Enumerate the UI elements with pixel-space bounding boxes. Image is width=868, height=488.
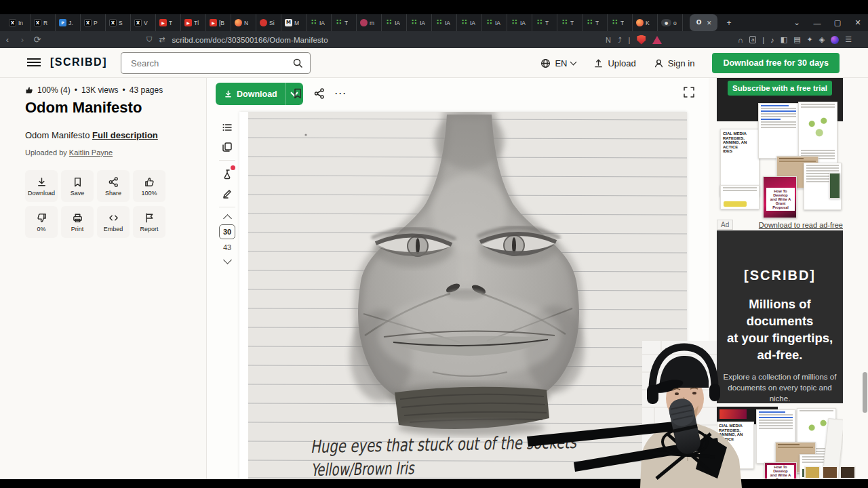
uploader-link[interactable]: Kaitlin Payne [69, 148, 113, 157]
browser-tab[interactable]: PJ. [56, 14, 81, 31]
tab-label: K [646, 20, 650, 26]
tab-overflow-button[interactable]: ⌄ [787, 18, 807, 27]
browser-menu-icon[interactable]: ☰ [845, 35, 852, 44]
subscribe-top-button[interactable]: Subscribe with a free trial [728, 81, 832, 96]
ghost-extension-icon[interactable]: ∩ [738, 36, 743, 44]
search-box[interactable] [121, 52, 311, 74]
tab-close-icon[interactable]: ✕ [707, 20, 712, 26]
no-translate-icon[interactable]: N [606, 36, 611, 44]
tab-label: V [144, 20, 148, 26]
boxed-a-extension-icon[interactable]: a [749, 36, 756, 43]
annotate-pencil-icon[interactable] [216, 184, 239, 203]
language-selector[interactable]: EN [540, 58, 576, 68]
x-favicon: X [9, 19, 16, 26]
browser-tab[interactable]: ∷IA [457, 14, 482, 31]
browser-tab[interactable]: ∷IA [507, 14, 532, 31]
browser-tab[interactable]: K [633, 14, 658, 31]
search-input[interactable] [130, 53, 285, 73]
browser-tab[interactable]: XV [131, 14, 156, 31]
signin-button[interactable]: Sign in [654, 58, 695, 68]
adblock-shield-icon[interactable] [637, 35, 646, 45]
browser-tab[interactable]: ∷IA [432, 14, 457, 31]
browser-tab[interactable]: XP [81, 14, 106, 31]
browser-tab[interactable]: XS [106, 14, 131, 31]
sparkle-icon[interactable]: ✦ [807, 35, 813, 44]
active-tab[interactable]: O ✕ [690, 14, 717, 31]
document-description: Odom Manifesto Full description [25, 130, 158, 140]
downvote-action[interactable]: 0% [25, 206, 58, 238]
browser-tab[interactable]: ▶[B [206, 14, 231, 31]
browser-tab[interactable]: ▶Tl [181, 14, 206, 31]
download-free-cta[interactable]: Download free for 30 days [712, 53, 840, 73]
browser-tab[interactable]: ∷T [608, 14, 633, 31]
browser-tab[interactable]: ∷T [557, 14, 583, 31]
scribd-logo[interactable]: [SCRIBD] [50, 56, 107, 68]
sidebar-toggle-icon[interactable]: ◧ [781, 35, 787, 44]
current-page-input[interactable]: 30 [219, 224, 235, 239]
browser-tab[interactable]: Si [256, 14, 281, 31]
grid-favicon: ∷ [410, 19, 418, 26]
report-action[interactable]: Report [133, 206, 165, 238]
upload-button[interactable]: Upload [593, 58, 635, 68]
next-page-chevron[interactable] [223, 256, 232, 264]
tab-label: Tl [194, 20, 199, 26]
hamburger-menu-icon[interactable] [27, 58, 41, 68]
full-description-link[interactable]: Full description [92, 130, 158, 140]
pin-shield-icon[interactable]: ◈ [819, 35, 825, 44]
url-text[interactable]: scribd.com/doc/303500166/Odom-Manifesto [172, 36, 328, 44]
bookmark-toolbar-icon[interactable] [292, 87, 304, 100]
share-page-icon[interactable]: ⤴ [618, 36, 622, 44]
share-toolbar-icon[interactable] [313, 87, 326, 100]
restore-button[interactable]: ▢ [827, 18, 848, 27]
page-scrollbar[interactable] [863, 372, 867, 413]
music-icon[interactable]: ♪ [770, 36, 774, 44]
share-action[interactable]: Share [97, 170, 130, 202]
browser-tab[interactable]: N [231, 14, 256, 31]
more-options-icon[interactable]: ··· [335, 89, 347, 98]
browser-tab[interactable]: ∷IA [382, 14, 407, 31]
wallet-icon[interactable]: ▤ [793, 35, 800, 44]
tab-label: P [94, 20, 98, 26]
print-action[interactable]: Print [61, 206, 94, 238]
browser-tab[interactable]: ▶T [156, 14, 181, 31]
browser-tab[interactable]: ∷IA [482, 14, 507, 31]
browser-tab[interactable]: XIn [5, 14, 31, 31]
browser-tab[interactable]: XR [31, 14, 56, 31]
vpn-triangle-icon[interactable] [652, 36, 662, 44]
browser-tab[interactable]: ∷IA [407, 14, 432, 31]
tab-list: XInXRPJ.XPXSXV▶T▶Tl▶[BNSiMM∷IA∷Tm∷IA∷IA∷… [5, 14, 683, 31]
ai-beaker-icon[interactable] [216, 164, 239, 184]
back-button[interactable]: ‹ [0, 35, 15, 45]
screen: XInXRPJ.XPXSXV▶T▶Tl▶[BNSiMM∷IA∷Tm∷IA∷IA∷… [0, 0, 868, 488]
new-tab-button[interactable]: + [727, 18, 732, 28]
upvote-action[interactable]: 100% [133, 170, 165, 202]
adfree-link[interactable]: Download to read ad-free [759, 221, 843, 229]
forward-button[interactable]: › [15, 35, 30, 45]
minimize-button[interactable]: — [807, 19, 827, 27]
browser-tab[interactable]: MM [281, 14, 307, 31]
embed-action[interactable]: Embed [97, 206, 130, 238]
browser-tab[interactable]: m [357, 14, 382, 31]
browser-tab[interactable]: ●o [658, 14, 683, 31]
document-actions: Download Save Share 100% 0% [25, 170, 169, 238]
previous-page-chevron[interactable] [223, 214, 232, 223]
close-button[interactable]: ✕ [848, 18, 868, 27]
reload-button[interactable]: ⟳ [30, 35, 45, 45]
download-action[interactable]: Download [25, 170, 58, 202]
browser-tab[interactable]: ∷T [332, 14, 357, 31]
bookmark-icon[interactable]: ⛉ [146, 35, 152, 44]
viewer-download-button[interactable]: Download [216, 83, 303, 105]
grant-proposal-title: How To Develop and Write A Grant Proposa… [766, 188, 795, 211]
uploaded-by: Uploaded by Kaitlin Payne [25, 148, 113, 157]
address-bar[interactable]: ⛉ ⇄ scribd.com/doc/303500166/Odom-Manife… [146, 35, 328, 44]
browser-tab[interactable]: ∷IA [307, 14, 332, 31]
browser-tab[interactable]: ∷T [532, 14, 557, 31]
site-info-icon[interactable]: ⇄ [159, 35, 165, 44]
top-letterbox [0, 0, 868, 14]
browser-tab[interactable]: ∷T [583, 14, 608, 31]
table-of-contents-icon[interactable] [216, 117, 239, 137]
pages-icon[interactable] [216, 137, 239, 157]
profile-avatar[interactable] [831, 36, 839, 44]
save-action[interactable]: Save [61, 170, 94, 202]
fullscreen-icon[interactable] [683, 86, 695, 98]
